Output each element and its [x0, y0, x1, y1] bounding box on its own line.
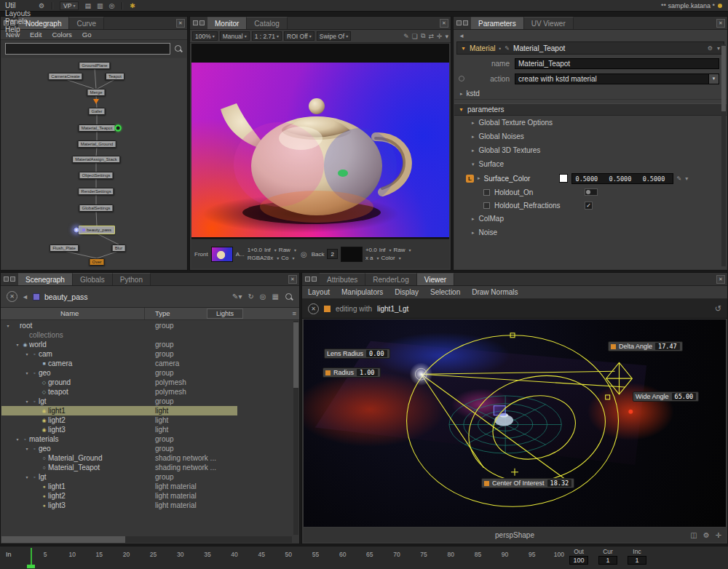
expander-icon[interactable]: ▾ — [23, 474, 31, 480]
nodegraph-canvas[interactable]: GroundPlaneCameraCreateTeapotMergeGaferM… — [1, 58, 186, 269]
expander-icon[interactable]: ▸ — [472, 120, 475, 126]
tab-viewer[interactable]: Viewer — [417, 273, 454, 285]
viewer-menu-manipulators[interactable]: Manipulators — [336, 288, 389, 296]
expander-icon[interactable]: ▾ — [4, 323, 12, 328]
expander-icon[interactable]: ▾ — [23, 399, 31, 404]
shading-group-icon[interactable]: ▪ — [499, 45, 502, 52]
param-group-noise[interactable]: ▸Noise — [454, 226, 727, 239]
node-beauty-pass[interactable]: beauty_pass — [79, 226, 115, 234]
comment-icon[interactable]: ❏ — [412, 33, 418, 40]
vp-dropdown[interactable]: VP▾ — [60, 1, 79, 10]
scenegraph-row-lgt[interactable]: ▾▫lgtgroup — [1, 397, 293, 406]
scenegraph-row-root[interactable]: ▾rootgroup — [1, 321, 293, 330]
expander-icon[interactable]: ▸ — [460, 91, 463, 97]
hud-center-of-interest[interactable]: Center Of Interest18.32 — [481, 478, 574, 488]
material-node-header[interactable]: ▼ Material ▪ ✎ Material_Teapot ⚙ ▾ — [456, 41, 724, 55]
camera-name-label[interactable]: perspShape — [495, 531, 534, 539]
pane-split-icon[interactable] — [10, 276, 15, 282]
hud-lens-radius[interactable]: Lens Radius0.00 — [324, 349, 390, 359]
collapse-triangle-icon[interactable]: ▼ — [461, 46, 466, 51]
action-state-icon[interactable] — [459, 76, 464, 81]
back-xa[interactable]: x a — [365, 255, 373, 261]
viewer-menu-draw-normals[interactable]: Draw Normals — [466, 288, 523, 296]
tab-scenegraph[interactable]: Scenegraph — [18, 273, 73, 285]
expander-icon[interactable]: ▾ — [472, 162, 475, 167]
expander-icon[interactable]: ▸ — [472, 216, 475, 222]
inc-field[interactable]: 1 — [628, 556, 646, 565]
nodegraph-menu-go[interactable]: Go — [77, 31, 97, 39]
scenegraph-row-light2[interactable]: ◉light2light — [1, 415, 293, 425]
node-flush-plate[interactable]: Flush_Plate — [50, 244, 79, 252]
expander-icon[interactable]: ▾ — [23, 351, 31, 357]
node-teapot[interactable]: Teapot — [106, 73, 124, 80]
vertical-scrollbar[interactable] — [293, 321, 298, 535]
back-slot-number[interactable]: 2 — [327, 249, 337, 259]
swap-icon[interactable]: ⇄ — [428, 33, 434, 40]
node-rendersettings[interactable]: RenderSettings — [78, 188, 114, 195]
scenegraph-row-light1[interactable]: ●light1light material — [1, 482, 293, 491]
pane-split-icon[interactable] — [199, 20, 205, 25]
annotate-icon[interactable]: ✎ — [403, 33, 409, 40]
node-globalsettings[interactable]: GlobalSettings — [79, 204, 113, 212]
horizontal-scrollbar[interactable] — [1, 536, 292, 543]
tab-monitor[interactable]: Monitor — [207, 17, 247, 29]
expander-icon[interactable]: ▸ — [472, 134, 475, 140]
render-flag-icon[interactable]: ✱ — [130, 2, 135, 9]
expander-icon[interactable]: ▾ — [14, 342, 21, 347]
scenegraph-row-world[interactable]: ▾◉worldgroup — [1, 340, 293, 349]
node-cameracreate[interactable]: CameraCreate — [48, 73, 82, 80]
reset-icon[interactable]: ↺ — [715, 304, 721, 314]
layout-icon[interactable]: ▥ — [97, 2, 103, 9]
stop-editing-icon[interactable]: ✕ — [308, 303, 319, 314]
back-arrow-icon[interactable]: ◄ — [22, 293, 28, 301]
scenegraph-row-light2[interactable]: ●light2light material — [1, 491, 293, 501]
param-group-colmap[interactable]: ▸ColMap — [454, 212, 727, 226]
front-inf[interactable]: Inf — [264, 247, 271, 253]
layers-icon[interactable]: ⧉ — [421, 32, 425, 40]
monitor-dropdown-manual[interactable]: Manual▾ — [220, 31, 250, 41]
playhead-marker[interactable] — [27, 565, 35, 568]
tab-python[interactable]: Python — [113, 273, 151, 285]
liveupdate-icon[interactable]: ◎ — [260, 293, 266, 301]
viewer-menu-layout[interactable]: Layout — [302, 288, 336, 296]
param-group-surface[interactable]: ▾Surface — [454, 157, 727, 171]
viewer-menu-display[interactable]: Display — [389, 288, 424, 296]
scenegraph-row-geo[interactable]: ▾▫geogroup — [1, 444, 293, 453]
sync-icon[interactable]: ↻ — [248, 293, 253, 301]
node-material-teapot[interactable]: Material_Teapot — [79, 124, 116, 132]
color-swatch[interactable] — [559, 174, 568, 183]
hud-radius[interactable]: Radius1.00 — [323, 367, 381, 378]
menubar-item-help[interactable]: Help — [0, 25, 36, 33]
dropper-icon[interactable]: ✎ — [677, 175, 682, 182]
monitor-dropdown-swipe-of[interactable]: Swipe Of▾ — [317, 31, 352, 41]
param-state-icon[interactable] — [483, 202, 490, 209]
compare-icon[interactable]: ◎ — [301, 250, 307, 258]
more-icon[interactable]: ▾ — [445, 33, 448, 40]
monitor-dropdown-100[interactable]: 100%▾ — [192, 31, 218, 41]
expander-icon[interactable]: ▸ — [472, 148, 475, 154]
wrench-icon[interactable]: ⚙ — [708, 45, 713, 52]
close-panel-icon[interactable]: ✕ — [288, 275, 297, 284]
close-panel-icon[interactable]: ✕ — [176, 19, 185, 28]
scenegraph-row-ground[interactable]: ◇groundpolymesh — [1, 378, 293, 387]
edit-icon[interactable]: ✎ — [505, 45, 510, 52]
clear-working-set-icon[interactable]: ✕ — [7, 291, 17, 302]
node-merge[interactable]: Merge — [87, 89, 105, 96]
pane-split-icon[interactable] — [312, 276, 317, 282]
front-raw[interactable]: Raw — [279, 247, 290, 253]
back-colorspace[interactable]: Color — [381, 255, 395, 261]
node-groundplane[interactable]: GroundPlane — [79, 62, 110, 69]
power-icon[interactable]: ◎ — [109, 2, 115, 9]
param-group-global-texture-options[interactable]: ▸Global Texture Options — [454, 116, 727, 130]
close-panel-icon[interactable]: ✕ — [440, 19, 448, 28]
crosshair-icon[interactable]: ✛ — [716, 531, 721, 539]
close-panel-icon[interactable]: ✕ — [716, 275, 725, 284]
menubar-item-util[interactable]: Util — [0, 1, 36, 9]
monitor-viewport[interactable] — [191, 44, 449, 239]
back-exposure[interactable]: +0.0 — [365, 247, 377, 253]
menubar-item-layouts[interactable]: Layouts — [0, 9, 36, 17]
param-state-icon[interactable] — [483, 189, 490, 196]
dropdown-arrow-icon[interactable]: ▼ — [708, 74, 719, 84]
scenegraph-row-geo[interactable]: ▾▫geogroup — [1, 368, 293, 378]
expander-icon[interactable]: ▾ — [23, 370, 31, 375]
